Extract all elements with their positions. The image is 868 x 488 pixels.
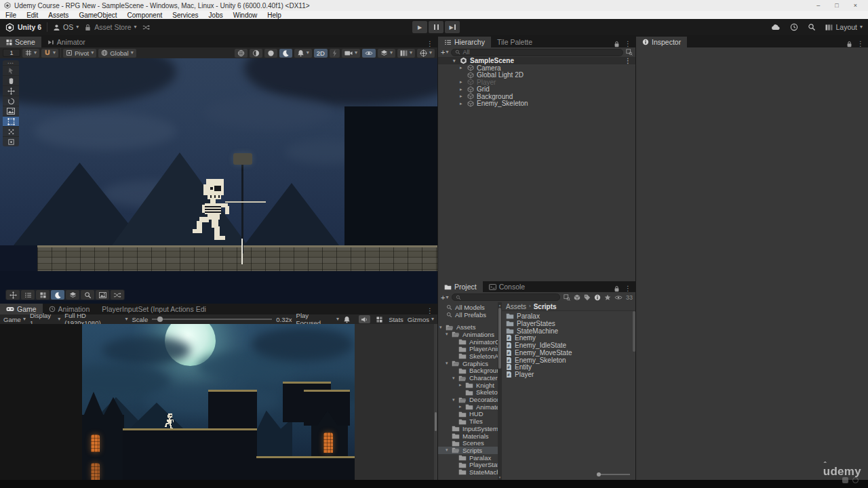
hierarchy-add-button[interactable]: +▾ [441,48,448,56]
tree-item-animate[interactable]: ▸Animate [438,403,498,411]
mode-2d-toggle[interactable]: 2D [314,49,328,58]
project-file[interactable]: Enemy [502,334,635,342]
mute-audio-button[interactable] [359,315,370,323]
draw-mode-shaded-wire-button[interactable] [250,49,262,58]
tree-item-paralax[interactable]: Paralax [438,454,498,462]
project-add-button[interactable]: +▾ [441,293,448,302]
tree-item-decoration[interactable]: ▾Decoration [438,396,498,403]
hierarchy-item-grid[interactable]: ▸ Grid [438,86,635,94]
overlay-lighting-button[interactable] [51,290,64,300]
step-button[interactable]: ▶ [445,21,460,33]
overlay-image-button[interactable] [96,290,109,300]
hierarchy-item-scene-root[interactable]: ▾ SampleScene ⋮ [438,57,635,64]
project-zoom-slider[interactable] [597,474,630,475]
tree-item-skeletonan[interactable]: SkeletonAn [438,352,498,360]
draw-mode-shaded-button[interactable] [264,49,277,58]
menu-jobs[interactable]: Jobs [209,12,223,19]
layout-dropdown[interactable]: Layout ▾ [825,23,863,31]
project-file[interactable]: Enemy_MoveState [502,349,635,357]
cloud-icon[interactable] [771,23,781,31]
tree-item-statemach[interactable]: StateMach [438,468,498,476]
collab-button[interactable] [142,24,150,31]
tree-item-characters[interactable]: ▾Characters [438,374,498,382]
hierarchy-item-background[interactable]: ▸ Background [438,93,635,100]
label-tag-icon[interactable] [584,294,591,301]
tree-item-scripts[interactable]: ▾Scripts [438,447,498,454]
tab-project[interactable]: Project [438,281,483,292]
tree-item-inputsystem[interactable]: InputSystem [438,425,498,432]
hierarchy-search-input[interactable]: All [451,49,623,56]
scale-slider[interactable] [152,319,272,320]
menu-help[interactable]: Help [267,12,281,19]
project-search-input[interactable] [452,293,560,301]
tab-scene[interactable]: Scene [0,37,41,47]
overlay-shuffle-button[interactable] [111,290,124,300]
bell-icon[interactable] [343,316,351,323]
tree-item-playerstat[interactable]: PlayerStat [438,461,498,468]
tree-item-skeletor[interactable]: Skeletor [438,389,498,396]
lock-icon[interactable] [846,41,852,47]
info-icon[interactable] [594,294,601,301]
play-button[interactable]: ▶ [412,21,427,33]
tree-item-graphics[interactable]: ▾Graphics [438,360,498,367]
pause-button[interactable] [429,21,443,33]
menu-services[interactable]: Services [172,12,198,19]
file-list-scrollbar[interactable] [633,311,635,352]
menu-gameobject[interactable]: GameObject [79,12,117,19]
scene-layers-dropdown[interactable]: ▾ [378,49,395,58]
rect-tool-button[interactable] [3,116,19,126]
account-dropdown[interactable]: OS ▾ [53,23,79,31]
scene-panel-menu[interactable]: ⋮ [427,40,433,47]
menu-component[interactable]: Component [127,12,163,19]
global-dropdown[interactable]: Global▾ [98,49,136,58]
undo-history-icon[interactable] [790,23,798,31]
scene-viewport[interactable]: ••• [0,58,437,304]
overlay-pan-button[interactable] [6,290,20,300]
tab-console[interactable]: Console [483,281,532,292]
search-pick-icon[interactable] [564,294,570,301]
scene-audio-dropdown[interactable]: ▾ [294,49,312,58]
camera-speed-field[interactable]: 1 [3,49,20,57]
minimize-button[interactable]: – [816,2,820,9]
scene-camera-dropdown[interactable]: ▾ [342,49,360,58]
maximize-button[interactable]: □ [835,2,838,9]
stats-button[interactable]: Stats [389,316,403,323]
lock-icon[interactable] [614,41,620,47]
tree-item-materials[interactable]: Materials [438,432,498,440]
project-file[interactable]: StateMachine [502,327,635,335]
tab-inspector[interactable]: Inspector [636,37,687,47]
increment-snap-dropdown[interactable]: ▾ [41,49,58,58]
transform-tool-button[interactable] [3,126,19,136]
vsync-button[interactable] [374,315,384,323]
hierarchy-item-player[interactable]: ▸ Player [438,79,635,86]
project-panel-menu[interactable]: ⋮ [625,285,631,292]
scene-lighting-toggle[interactable] [279,49,292,58]
hierarchy-item-enemy-skeleton[interactable]: ▸ Enemy_Skeleton [438,100,635,108]
inspector-panel-menu[interactable]: ⋮ [857,40,864,47]
lock-icon[interactable] [614,285,620,292]
hierarchy-item-camera[interactable]: ▸ Camera [438,64,635,72]
search-icon[interactable] [808,23,816,31]
hand-tool-button[interactable] [3,75,19,85]
tree-item-all-models[interactable]: All Models [438,304,498,311]
close-button[interactable]: × [854,2,857,9]
scene-effects-toggle[interactable] [330,49,340,58]
overlay-list-button[interactable] [21,290,35,300]
tab-tile-palette[interactable]: Tile Palette [491,37,538,47]
menu-assets[interactable]: Assets [48,12,68,19]
asset-store-dropdown[interactable]: Asset Store ▾ [84,23,136,31]
pivot-dropdown[interactable]: Pivot▾ [63,49,96,58]
tree-item-animations[interactable]: ▾Animations [438,331,498,338]
menu-window[interactable]: Window [233,12,258,19]
overlay-search-button[interactable] [81,290,94,300]
breadcrumb-current[interactable]: Scripts [534,303,557,310]
overlay-layers-button[interactable] [66,290,79,300]
move-tool-button[interactable] [3,85,19,96]
project-file[interactable]: PlayerStates [502,320,635,327]
menu-edit[interactable]: Edit [26,12,38,19]
tree-item-animatorc[interactable]: AnimatorC [438,338,498,346]
favorites-star-icon[interactable] [604,294,611,301]
project-file[interactable]: Entity [502,364,635,371]
scale-tool-button[interactable] [3,106,19,116]
game-view-dropdown[interactable]: Game▾ [3,316,26,323]
